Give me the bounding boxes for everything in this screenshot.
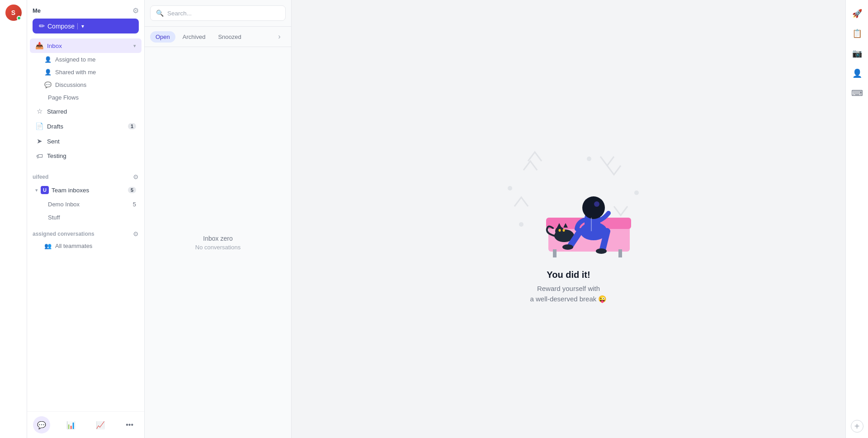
chevron-down-icon: ▾ [35, 187, 38, 193]
demo-inbox-count: 5 [133, 201, 136, 208]
empty-state: Inbox zero No conversations [145, 47, 291, 438]
illustration [496, 134, 641, 262]
search-input[interactable] [167, 10, 280, 17]
tag-icon: 🏷 [35, 152, 43, 160]
success-title: You did it! [530, 270, 607, 280]
success-message: You did it! Reward yourself with a well-… [530, 270, 607, 304]
sidebar-item-shared-with-me[interactable]: 👤 Shared with me [30, 66, 142, 78]
reports-nav-icon[interactable]: 📊 [62, 416, 80, 433]
assigned-conversations-header: Assigned conversations ⚙ [27, 224, 144, 239]
success-subtitle-line2: a well-deserved break 😜 [530, 295, 607, 303]
svg-point-21 [596, 248, 607, 254]
filter-tabs: Open Archived Snoozed › [145, 27, 291, 47]
svg-rect-8 [618, 249, 622, 257]
svg-point-17 [582, 196, 605, 219]
settings-icon[interactable]: ⚙ [132, 6, 139, 15]
conversation-list-panel: 🔍 Open Archived Snoozed › Inbox zero No … [145, 0, 292, 438]
svg-point-0 [519, 222, 524, 227]
star-icon: ☆ [35, 107, 43, 115]
compose-button[interactable]: ✏ Compose ▾ [33, 19, 139, 33]
svg-point-14 [562, 229, 565, 232]
sidebar-item-page-flows[interactable]: Page Flows [30, 91, 142, 104]
more-nav-icon[interactable]: ••• [121, 416, 138, 433]
uifeed-section-header: uifeed ⚙ [27, 167, 144, 182]
filter-archived[interactable]: Archived [177, 31, 211, 43]
pencil-icon: ✏ [39, 22, 45, 30]
bottom-nav: 💬 📊 📈 ••• [27, 411, 144, 438]
uifeed-settings-icon[interactable]: ⚙ [133, 173, 139, 181]
chat-icon: 💬 [44, 81, 52, 88]
table-icon[interactable]: 📋 [849, 25, 865, 42]
send-icon: ➤ [35, 137, 43, 145]
sidebar-item-team-inboxes[interactable]: ▾ U Team inboxes 5 [30, 183, 142, 197]
svg-point-20 [562, 244, 573, 250]
sidebar-item-starred[interactable]: ☆ Starred [30, 104, 142, 119]
teammates-icon: 👥 [44, 243, 52, 249]
sidebar-item-discussions[interactable]: 💬 Discussions [30, 79, 142, 91]
svg-point-3 [634, 190, 639, 195]
sidebar-item-testing[interactable]: 🏷 Testing [30, 149, 142, 163]
sidebar-item-all-teammates[interactable]: 👥 All teammates [30, 240, 142, 252]
filter-open[interactable]: Open [150, 31, 175, 43]
svg-point-4 [508, 186, 512, 190]
rocket-icon[interactable]: 🚀 [849, 5, 865, 22]
drafts-badge: 1 [128, 123, 136, 129]
sidebar: Me ⚙ ✏ Compose ▾ 📥 Inbox ▾ 👤 Assigned to… [27, 0, 145, 438]
team-inboxes-count: 5 [128, 187, 136, 193]
empty-subtitle: No conversations [195, 244, 241, 251]
user-avatar[interactable]: S [5, 5, 22, 21]
add-button[interactable]: + [851, 420, 863, 433]
sidebar-item-sent[interactable]: ➤ Sent [30, 134, 142, 148]
sidebar-item-stuff[interactable]: Stuff [30, 211, 142, 224]
team-u-badge: U [41, 186, 49, 194]
search-icon: 🔍 [156, 10, 164, 17]
svg-point-18 [594, 201, 599, 207]
chat-nav-icon[interactable]: 💬 [33, 416, 50, 433]
success-subtitle-line1: Reward yourself with [537, 285, 600, 292]
main-content: You did it! Reward yourself with a well-… [292, 0, 845, 438]
svg-point-13 [558, 229, 561, 232]
inbox-icon: 📥 [35, 42, 43, 50]
person-icon: 👤 [44, 56, 52, 63]
chevron-down-icon: ▾ [133, 43, 136, 49]
camera-icon[interactable]: 📷 [849, 45, 865, 62]
sidebar-item-demo-inbox[interactable]: Demo Inbox 5 [30, 198, 142, 210]
svg-rect-7 [553, 249, 557, 257]
analytics-nav-icon[interactable]: 📈 [92, 416, 109, 433]
draft-icon: 📄 [35, 122, 43, 130]
right-rail: 🚀 📋 📷 👤 ⌨ + [845, 0, 868, 438]
assigned-label: Assigned conversations [33, 231, 94, 237]
me-label: Me [33, 7, 41, 14]
keyboard-icon[interactable]: ⌨ [849, 85, 865, 101]
person-icon: 👤 [44, 69, 52, 76]
notification-dot [17, 16, 21, 20]
filter-more-button[interactable]: › [273, 30, 286, 43]
chevron-down-icon: ▾ [77, 23, 84, 29]
empty-title: Inbox zero [203, 235, 232, 242]
filter-snoozed[interactable]: Snoozed [212, 31, 246, 43]
sidebar-item-drafts[interactable]: 📄 Drafts 1 [30, 119, 142, 133]
search-bar: 🔍 [145, 0, 291, 27]
uifeed-label: uifeed [33, 174, 48, 180]
contact-icon[interactable]: 👤 [849, 65, 865, 81]
assigned-settings-icon[interactable]: ⚙ [133, 230, 139, 238]
svg-point-1 [587, 157, 591, 161]
sidebar-item-assigned-to-me[interactable]: 👤 Assigned to me [30, 53, 142, 66]
sidebar-item-inbox[interactable]: 📥 Inbox ▾ [30, 38, 142, 53]
